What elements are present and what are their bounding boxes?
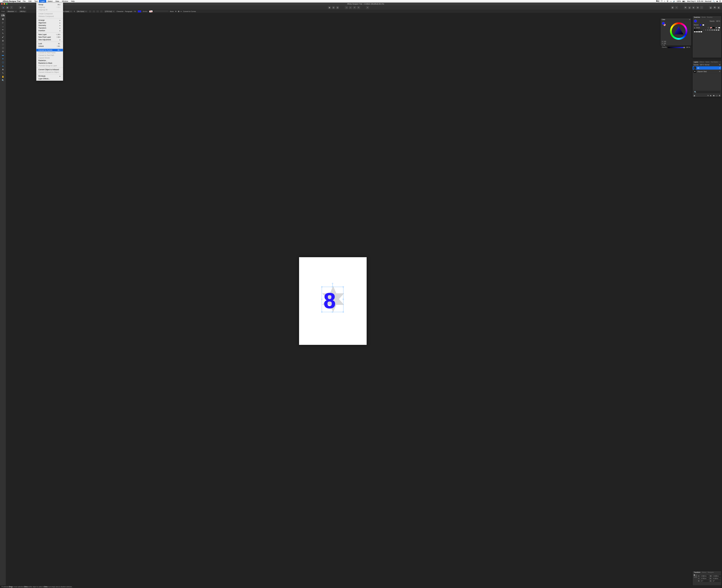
menu-item[interactable]: Unlock⇧⌘L [36, 45, 63, 47]
y-field[interactable]: 3.753 in [701, 578, 709, 580]
layer-visible-checkbox[interactable]: ✔ [719, 70, 720, 72]
grey-swatch[interactable] [696, 31, 698, 33]
grey-swatch[interactable] [713, 29, 715, 31]
s-field[interactable]: 0 ° [713, 580, 721, 582]
group-icon[interactable]: ▣ [713, 94, 715, 97]
wifi-icon[interactable] [666, 0, 668, 2]
stroke-tab[interactable]: Stroke [701, 17, 706, 18]
persona-pixel-icon[interactable]: ▦ [6, 6, 9, 9]
menu-item[interactable]: Arrange [36, 19, 63, 22]
pen-tool-icon[interactable]: ✒ [1, 28, 5, 31]
swatches-tab[interactable]: Swatches [694, 17, 700, 18]
shape-rect-icon[interactable]: ▬ [1, 54, 5, 57]
siri-icon[interactable]: ◉ [716, 0, 718, 2]
place-tool-icon[interactable]: ▢ [1, 46, 5, 49]
persona-export-icon[interactable]: ⤴ [10, 6, 13, 9]
opacity-slider[interactable] [668, 47, 685, 48]
rotation-handle[interactable] [332, 283, 333, 284]
corner-tool-icon[interactable]: ◡ [1, 25, 5, 27]
layer-row[interactable]: ★(Square Star)✔ [693, 70, 721, 73]
resize-handle[interactable] [343, 299, 344, 300]
delete-layer-icon[interactable]: 🗑 [719, 94, 720, 97]
swatch-opacity-field[interactable]: 100 % [716, 20, 720, 22]
white-swatch[interactable] [718, 27, 720, 28]
menu-item[interactable]: Alignment [36, 22, 63, 24]
recent-swatch[interactable] [700, 24, 701, 26]
fill-tool-icon[interactable]: ◍ [1, 39, 5, 42]
panel-menu-icon[interactable]: ≡ [689, 19, 690, 20]
brushes-tab[interactable]: Brushes [707, 17, 713, 18]
menu-edit[interactable]: Edit [27, 0, 33, 3]
move-tool-icon[interactable]: ▭⬉ [1, 14, 5, 17]
artboard-tool-icon[interactable]: ▣ [1, 18, 5, 20]
leading-field[interactable]: [276.9 pt] [104, 10, 115, 13]
lock-children-icon[interactable]: ▦ [178, 10, 179, 12]
menu-item[interactable]: Lock⌘L [36, 42, 63, 45]
menubar-date[interactable]: Wed Sep 6 [687, 0, 696, 2]
insert-top-icon[interactable]: ⬕ [717, 6, 720, 9]
toolbar-view-icon[interactable]: ◑ [19, 6, 22, 9]
transparency-tool-icon[interactable]: ◌ [1, 43, 5, 46]
dropbox-icon[interactable]: �顧 [656, 0, 659, 2]
resize-handle[interactable] [321, 299, 322, 300]
grey-swatch[interactable] [698, 29, 700, 31]
display-icon[interactable]: ▭ [670, 0, 672, 2]
black-swatch[interactable] [713, 27, 715, 28]
add-swatch-icon[interactable]: ◯ [707, 27, 709, 28]
persona-draw-icon[interactable]: ▲ [2, 6, 5, 9]
menu-window[interactable]: Window [61, 0, 70, 3]
mid-swatch[interactable] [716, 27, 717, 28]
battery-percent[interactable]: 100% [677, 0, 681, 2]
menu-file[interactable]: File [21, 0, 27, 3]
r-field[interactable]: 0 ° [701, 580, 709, 582]
h-field[interactable]: 3.138 in [713, 578, 721, 580]
order-back-icon[interactable]: ▣ [328, 6, 331, 9]
minimize-window-button[interactable] [4, 3, 5, 5]
resize-handle[interactable] [332, 311, 333, 312]
pan-tool-icon[interactable]: ✋ [1, 75, 5, 78]
app-name[interactable]: Affinity Designer Trial [3, 0, 21, 2]
crop-tool-icon[interactable]: ⧉ [1, 50, 5, 53]
new-layer-icon[interactable]: ▢ [716, 94, 717, 97]
grey-swatch[interactable] [702, 29, 704, 31]
align-justify-icon[interactable] [100, 10, 103, 13]
grey-swatch[interactable] [709, 29, 711, 31]
grey-swatch[interactable] [718, 29, 720, 31]
paragraph-button[interactable]: Paragraph [125, 10, 132, 12]
anchor-grid[interactable] [694, 574, 697, 578]
grey-swatch[interactable] [696, 29, 698, 31]
color-wheel[interactable] [670, 22, 687, 40]
align-right-icon[interactable] [97, 10, 99, 13]
notification-icon[interactable]: ☰ [719, 0, 721, 2]
text-styles-tab[interactable]: Text Styles [711, 61, 718, 63]
close-window-button[interactable] [1, 3, 3, 5]
bool-int-icon[interactable]: ◐ [692, 6, 695, 9]
brush-tool-icon[interactable]: 🖌 [1, 36, 5, 38]
mask-icon[interactable]: ◪ [694, 94, 695, 97]
none-swatch[interactable] [710, 27, 712, 28]
fill-color-chip[interactable] [138, 10, 141, 13]
menu-item[interactable]: Insertion [36, 29, 63, 32]
fx-icon[interactable]: fx [707, 94, 709, 97]
align-icon[interactable]: ≡ [366, 6, 369, 9]
resize-handle[interactable] [343, 286, 344, 287]
resize-handle[interactable] [321, 311, 322, 312]
grey-swatch[interactable] [698, 31, 700, 33]
bool-add-icon[interactable]: ◓ [684, 6, 687, 9]
navigator-tab[interactable]: Navigator [708, 571, 714, 573]
menubar-user[interactable]: Marshall [705, 0, 711, 2]
menu-item[interactable]: Group⌘G [36, 3, 63, 6]
document-page[interactable]: 8 [299, 257, 367, 345]
shield-icon[interactable]: ⛉ [661, 0, 663, 2]
menu-text[interactable]: Text [33, 0, 39, 3]
bool-sub-icon[interactable]: ◒ [688, 6, 691, 9]
para-icon[interactable]: ¶ [74, 10, 75, 12]
menu-item[interactable]: Layer Effects... [36, 78, 63, 80]
magnet-icon[interactable]: ⎋ [675, 6, 678, 9]
palette-select[interactable]: Greys [696, 27, 707, 28]
menu-item[interactable]: Fill Mode [36, 75, 63, 78]
rotate-cw-icon[interactable]: ↻ [357, 6, 360, 9]
insert-inside-icon[interactable]: ⬓ [709, 6, 712, 9]
grey-swatch[interactable] [700, 29, 702, 31]
spotlight-icon[interactable]: 🔍 [713, 0, 715, 2]
